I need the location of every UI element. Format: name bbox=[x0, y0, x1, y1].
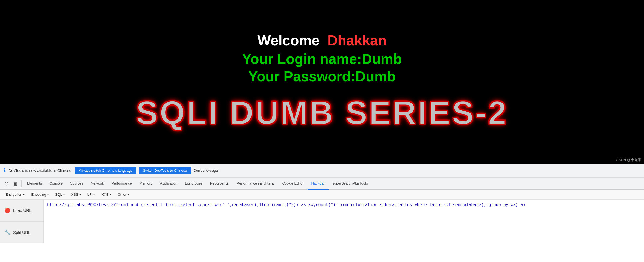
tab-console[interactable]: Console bbox=[46, 178, 66, 190]
other-label: Other bbox=[117, 192, 126, 197]
switch-chinese-button[interactable]: Switch DevTools to Chinese bbox=[139, 167, 191, 174]
tab-application[interactable]: Application bbox=[156, 178, 181, 190]
load-url-icon: 🔴 bbox=[4, 207, 10, 213]
sql-dropdown-arrow: ▾ bbox=[63, 193, 65, 196]
lfi-label: LFI bbox=[87, 192, 93, 197]
encryption-menu-button[interactable]: Encryption ▾ bbox=[3, 191, 27, 198]
welcome-line: Welcome Dhakkan bbox=[257, 32, 386, 49]
xss-dropdown-arrow: ▾ bbox=[79, 193, 81, 196]
other-dropdown-arrow: ▾ bbox=[128, 193, 129, 196]
xxe-dropdown-arrow: ▾ bbox=[110, 193, 111, 196]
tab-lighthouse[interactable]: Lighthouse bbox=[181, 178, 206, 190]
xss-menu-button[interactable]: XSS ▾ bbox=[69, 191, 84, 198]
inspect-icon-button[interactable]: ▣ bbox=[11, 179, 20, 188]
encoding-dropdown-arrow: ▾ bbox=[47, 193, 49, 196]
hackbar-panel: Encryption ▾ Encoding ▾ SQL ▾ XSS ▾ LFI … bbox=[0, 190, 644, 243]
tab-separator bbox=[21, 180, 22, 187]
other-menu-button[interactable]: Other ▾ bbox=[115, 191, 132, 198]
tab-performance[interactable]: Performance bbox=[108, 178, 135, 190]
lfi-dropdown-arrow: ▾ bbox=[93, 193, 95, 196]
tab-cookie-editor[interactable]: Cookie Editor bbox=[278, 178, 307, 190]
page-title: SQLI DUMB SERIES-2 bbox=[136, 94, 508, 131]
split-url-button[interactable]: 🔧 Split URL bbox=[0, 222, 43, 243]
sql-label: SQL bbox=[55, 192, 62, 197]
welcome-text: Welcome bbox=[257, 32, 319, 48]
hackbar-main: 🔴 Load URL 🔧 Split URL bbox=[0, 200, 644, 243]
tab-supersearch[interactable]: superSearchPlusTools bbox=[329, 178, 371, 190]
xxe-label: XXE bbox=[101, 192, 108, 197]
hackbar-action-buttons: 🔴 Load URL 🔧 Split URL bbox=[0, 200, 44, 243]
notify-message: DevTools is now available in Chinese! bbox=[8, 168, 72, 173]
hackbar-toolbar: Encryption ▾ Encoding ▾ SQL ▾ XSS ▾ LFI … bbox=[0, 190, 644, 200]
pass-line: Your Password:Dumb bbox=[248, 68, 395, 85]
match-language-button[interactable]: Always match Chrome's language bbox=[75, 167, 136, 174]
tab-hackbar[interactable]: HackBar bbox=[308, 178, 329, 190]
tab-memory[interactable]: Memory bbox=[136, 178, 156, 190]
devtools-tabs-bar: ⬡ ▣ Elements Console Sources Network Per… bbox=[0, 178, 644, 190]
devtools-notify-bar: ℹ DevTools is now available in Chinese! … bbox=[0, 164, 644, 178]
cursor-icon-button[interactable]: ⬡ bbox=[2, 179, 11, 188]
xxe-menu-button[interactable]: XXE ▾ bbox=[99, 191, 114, 198]
load-url-label: Load URL bbox=[13, 208, 32, 213]
sql-menu-button[interactable]: SQL ▾ bbox=[52, 191, 67, 198]
load-url-button[interactable]: 🔴 Load URL bbox=[0, 200, 43, 222]
tab-recorder[interactable]: Recorder ▲ bbox=[206, 178, 233, 190]
lfi-menu-button[interactable]: LFI ▾ bbox=[85, 191, 98, 198]
xss-label: XSS bbox=[71, 192, 78, 197]
encoding-menu-button[interactable]: Encoding ▾ bbox=[28, 191, 51, 198]
encryption-label: Encryption bbox=[5, 192, 22, 197]
dont-show-again-button[interactable]: Don't show again bbox=[194, 168, 221, 173]
main-page: Welcome Dhakkan Your Login name:Dumb You… bbox=[0, 0, 644, 164]
csdn-watermark: CSDN @十九半 bbox=[616, 158, 641, 162]
tab-elements[interactable]: Elements bbox=[23, 178, 46, 190]
tab-sources[interactable]: Sources bbox=[66, 178, 87, 190]
split-url-label: Split URL bbox=[13, 230, 30, 235]
user-name: Dhakkan bbox=[327, 32, 387, 48]
info-icon: ℹ bbox=[4, 168, 6, 174]
tab-performance-insights[interactable]: Performance insights ▲ bbox=[233, 178, 279, 190]
url-input[interactable] bbox=[47, 202, 641, 241]
split-url-icon: 🔧 bbox=[4, 229, 10, 235]
encoding-label: Encoding bbox=[31, 192, 46, 197]
tab-network[interactable]: Network bbox=[87, 178, 108, 190]
login-line: Your Login name:Dumb bbox=[242, 51, 402, 67]
hackbar-url-area bbox=[44, 200, 644, 243]
encryption-dropdown-arrow: ▾ bbox=[23, 193, 25, 196]
